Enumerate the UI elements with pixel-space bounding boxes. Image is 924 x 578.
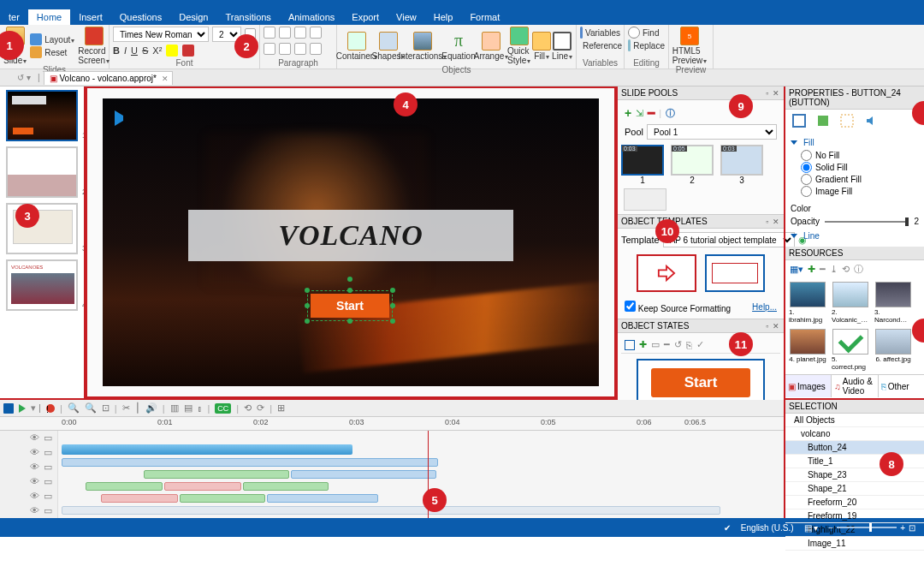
res-item-4[interactable] <box>790 329 826 355</box>
accept-state-icon[interactable]: ✓ <box>696 339 704 350</box>
res-item-3[interactable] <box>875 282 911 307</box>
zoom-in-icon[interactable]: + <box>900 523 905 533</box>
no-fill-radio[interactable]: No Fill <box>801 150 919 161</box>
track-clip-g4[interactable] <box>180 494 265 503</box>
tl-bars-icon[interactable]: ⫾ <box>198 403 203 414</box>
indent-dec-icon[interactable] <box>294 27 306 39</box>
pool-select[interactable]: Pool 1 <box>647 124 777 140</box>
template-select[interactable]: AP 6 tutorial object template <box>663 232 795 247</box>
panel-controls-icon[interactable]: ▫ ✕ <box>766 217 780 226</box>
track-lock-icon[interactable]: ▭ <box>44 432 52 444</box>
layout-button[interactable]: Layout <box>30 33 74 45</box>
variables-button[interactable]: Variables <box>580 27 620 39</box>
reset-state-icon[interactable]: ↺ <box>674 339 682 350</box>
tab-design[interactable]: Design <box>170 9 216 25</box>
tab-help[interactable]: Help <box>425 9 462 25</box>
sel-volcano[interactable]: volcano <box>785 427 924 441</box>
track-clip-b2[interactable] <box>291 470 436 479</box>
status-view-icon[interactable]: ▤ ▾ <box>804 523 819 533</box>
equation-button[interactable]: πEquation <box>442 31 475 61</box>
panel-controls-icon[interactable]: ▫ ✕ <box>766 89 780 98</box>
indent-inc-icon[interactable] <box>310 27 322 39</box>
res-item-5[interactable] <box>832 329 868 355</box>
keep-formatting-checkbox[interactable]: Keep Source Formatting <box>625 301 731 313</box>
tab-view[interactable]: View <box>388 9 425 25</box>
track-clip-r1[interactable] <box>164 482 241 491</box>
tab-presenter[interactable]: ter <box>0 9 28 25</box>
replace-button[interactable]: Replace <box>628 39 665 51</box>
status-spellcheck-icon[interactable]: ✔ <box>724 523 731 533</box>
highlight-button[interactable] <box>166 45 178 57</box>
strike-button[interactable]: S <box>142 45 148 56</box>
bold-button[interactable]: B <box>113 45 120 56</box>
audio-tab-icon[interactable] <box>864 114 878 128</box>
res-remove-icon[interactable]: ━ <box>820 264 826 275</box>
thumb-4[interactable]: VOLCANOES <box>6 259 78 311</box>
resources-tab-other[interactable]: ⎘Other <box>878 375 924 397</box>
find-button[interactable]: Find <box>628 27 665 39</box>
tl-fit-icon[interactable]: ⊡ <box>102 402 110 414</box>
thumb-2[interactable] <box>6 146 78 198</box>
track-clip-g3[interactable] <box>243 482 329 491</box>
close-tab-icon[interactable]: ✕ <box>162 74 169 83</box>
align-center-icon[interactable] <box>279 43 291 55</box>
tl-volume-icon[interactable]: 🔊 <box>145 402 157 414</box>
tl-play-icon[interactable] <box>19 404 26 413</box>
align-right-icon[interactable] <box>294 43 306 55</box>
track-clip-g1[interactable] <box>144 470 289 479</box>
sel-freeform20[interactable]: Freeform_20 <box>785 496 924 509</box>
add-pool-icon[interactable]: + <box>625 106 631 120</box>
style-tab-icon[interactable] <box>792 114 806 128</box>
line-button[interactable]: Line <box>552 32 572 61</box>
sel-freeform19[interactable]: Freeform_19 <box>785 509 924 523</box>
interactivity-tab-icon[interactable] <box>840 114 854 128</box>
tl-error-icon[interactable]: ! <box>46 404 55 413</box>
track-eye-icon[interactable]: 👁 <box>30 432 39 444</box>
sel-button24[interactable]: Button_24 <box>785 441 924 455</box>
track-audio[interactable] <box>62 444 352 455</box>
audio-icon[interactable] <box>115 110 130 126</box>
tl-insert2-icon[interactable]: ▤ <box>184 402 192 414</box>
size-tab-icon[interactable] <box>816 114 830 128</box>
remove-pool-icon[interactable]: ━ <box>648 106 654 120</box>
line-section-toggle[interactable]: Line <box>791 231 919 241</box>
timeline-ruler[interactable]: 0:00 0:01 0:02 0:03 0:04 0:05 0:06 0:06.… <box>0 417 784 431</box>
tab-questions[interactable]: Questions <box>111 9 171 25</box>
sel-shape23[interactable]: Shape_23 <box>785 468 924 482</box>
res-add-icon[interactable]: ✚ <box>808 264 815 275</box>
info-icon[interactable]: ⓘ <box>666 107 675 120</box>
cc-icon[interactable]: CC <box>215 403 231 414</box>
panel-controls-icon[interactable]: ▫ ✕ <box>766 322 780 331</box>
template-item-1[interactable] <box>637 254 696 292</box>
res-replace-icon[interactable]: ⟲ <box>842 264 850 275</box>
duplicate-state-icon[interactable]: ▭ <box>651 339 660 350</box>
font-color-button[interactable] <box>182 45 194 57</box>
interactions-button[interactable]: Interactions <box>404 32 441 61</box>
record-screen-button[interactable]: Record Screen <box>78 27 110 65</box>
help-link[interactable]: Help... <box>752 302 777 312</box>
container-button[interactable]: Container <box>341 32 373 61</box>
superscript-button[interactable]: X² <box>152 45 162 56</box>
html5-preview-button[interactable]: 5HTML5 Preview <box>672 27 707 65</box>
tab-animations[interactable]: Animations <box>280 9 343 25</box>
sel-shape21[interactable]: Shape_21 <box>785 482 924 496</box>
sel-image11[interactable]: Image_11 <box>785 537 924 551</box>
fill-section-toggle[interactable]: Fill <box>791 138 919 147</box>
tab-transitions[interactable]: Transitions <box>216 9 279 25</box>
edit-state-icon[interactable] <box>625 340 635 350</box>
tab-export[interactable]: Export <box>343 9 388 25</box>
res-item-1[interactable] <box>790 282 826 307</box>
resources-tab-av[interactable]: ♫Audio & Video <box>831 375 877 397</box>
document-tab[interactable]: ▣ Volcano - volcano.approj* ✕ <box>44 71 173 85</box>
image-fill-radio[interactable]: Image Fill <box>801 186 919 197</box>
tab-format[interactable]: Format <box>461 9 508 25</box>
tl-split-icon[interactable]: ⎮ <box>135 402 140 414</box>
res-item-2[interactable] <box>832 282 868 307</box>
tab-insert[interactable]: Insert <box>70 9 111 25</box>
gradient-fill-radio[interactable]: Gradient Fill <box>801 174 919 185</box>
quick-style-button[interactable]: Quick Style <box>507 27 531 65</box>
solid-fill-radio[interactable]: Solid Fill <box>801 162 919 173</box>
tl-zoom-out-icon[interactable]: 🔍 <box>68 402 80 414</box>
numbering-icon[interactable] <box>279 27 291 39</box>
canvas[interactable]: VOLCANO Start <box>86 86 616 398</box>
